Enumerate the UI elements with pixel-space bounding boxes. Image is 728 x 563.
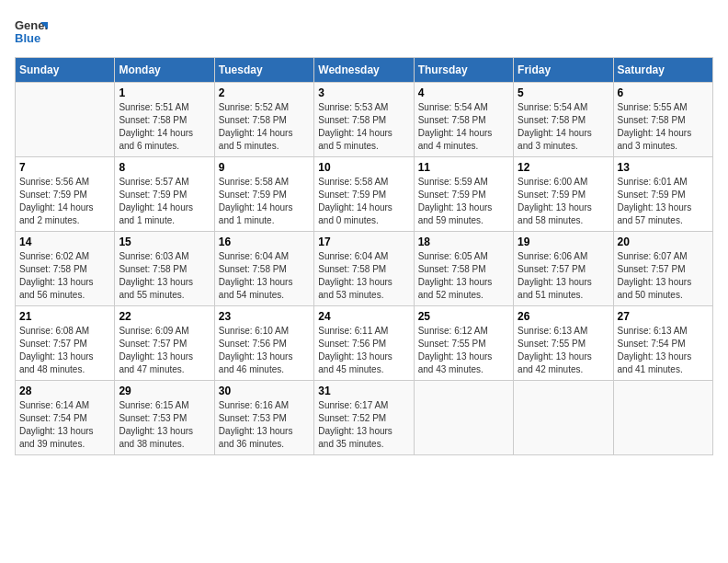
day-info: Sunrise: 6:08 AMSunset: 7:57 PMDaylight:… [19,325,110,376]
calendar-day-cell: 4Sunrise: 5:54 AMSunset: 7:58 PMDaylight… [414,83,513,157]
calendar-day-cell: 25Sunrise: 6:12 AMSunset: 7:55 PMDayligh… [414,306,513,381]
day-info: Sunrise: 6:00 AMSunset: 7:59 PMDaylight:… [518,176,609,227]
calendar-day-cell: 19Sunrise: 6:06 AMSunset: 7:57 PMDayligh… [514,232,613,306]
day-number: 16 [219,236,310,248]
day-info: Sunrise: 6:05 AMSunset: 7:58 PMDaylight:… [418,250,509,302]
calendar-day-cell [514,381,613,455]
day-info: Sunrise: 5:52 AMSunset: 7:58 PMDaylight:… [219,101,310,153]
day-number: 15 [119,236,210,248]
day-number: 22 [119,310,210,323]
calendar-day-cell: 10Sunrise: 5:58 AMSunset: 7:59 PMDayligh… [314,157,414,232]
calendar-day-cell: 8Sunrise: 5:57 AMSunset: 7:59 PMDaylight… [115,157,214,232]
day-number: 7 [19,161,110,174]
calendar-day-cell: 3Sunrise: 5:53 AMSunset: 7:58 PMDaylight… [314,83,414,157]
calendar-day-cell: 12Sunrise: 6:00 AMSunset: 7:59 PMDayligh… [514,157,613,232]
calendar-day-cell: 1Sunrise: 5:51 AMSunset: 7:58 PMDaylight… [115,83,214,157]
day-number: 28 [19,385,110,397]
day-number: 6 [618,86,709,99]
day-number: 20 [618,236,709,248]
weekday-header-thursday: Thursday [414,58,513,83]
day-info: Sunrise: 6:11 AMSunset: 7:56 PMDaylight:… [318,325,409,376]
day-number: 26 [518,310,609,323]
day-info: Sunrise: 6:13 AMSunset: 7:54 PMDaylight:… [618,325,709,376]
day-number: 23 [219,310,310,323]
logo-icon: General Blue [15,15,48,48]
day-number: 1 [119,86,210,99]
weekday-header-monday: Monday [115,58,214,83]
calendar-day-cell: 9Sunrise: 5:58 AMSunset: 7:59 PMDaylight… [214,157,313,232]
calendar-day-cell: 7Sunrise: 5:56 AMSunset: 7:59 PMDaylight… [16,157,115,232]
day-number: 13 [618,161,709,174]
calendar-week-row: 7Sunrise: 5:56 AMSunset: 7:59 PMDaylight… [16,157,713,232]
calendar-table: SundayMondayTuesdayWednesdayThursdayFrid… [15,57,713,455]
day-info: Sunrise: 6:03 AMSunset: 7:58 PMDaylight:… [119,250,210,302]
day-number: 11 [418,161,509,174]
calendar-day-cell: 11Sunrise: 5:59 AMSunset: 7:59 PMDayligh… [414,157,513,232]
calendar-day-cell: 23Sunrise: 6:10 AMSunset: 7:56 PMDayligh… [214,306,313,381]
day-number: 3 [318,86,409,99]
logo: General Blue [15,15,48,48]
day-number: 12 [518,161,609,174]
calendar-day-cell: 13Sunrise: 6:01 AMSunset: 7:59 PMDayligh… [613,157,712,232]
calendar-week-row: 14Sunrise: 6:02 AMSunset: 7:58 PMDayligh… [16,232,713,306]
day-info: Sunrise: 6:15 AMSunset: 7:53 PMDaylight:… [119,399,210,451]
day-info: Sunrise: 6:01 AMSunset: 7:59 PMDaylight:… [618,176,709,227]
calendar-day-cell: 30Sunrise: 6:16 AMSunset: 7:53 PMDayligh… [214,381,313,455]
calendar-day-cell: 17Sunrise: 6:04 AMSunset: 7:58 PMDayligh… [314,232,414,306]
day-info: Sunrise: 6:17 AMSunset: 7:52 PMDaylight:… [318,399,409,451]
calendar-day-cell: 31Sunrise: 6:17 AMSunset: 7:52 PMDayligh… [314,381,414,455]
day-number: 14 [19,236,110,248]
calendar-day-cell: 18Sunrise: 6:05 AMSunset: 7:58 PMDayligh… [414,232,513,306]
weekday-header-row: SundayMondayTuesdayWednesdayThursdayFrid… [16,58,713,83]
day-info: Sunrise: 6:13 AMSunset: 7:55 PMDaylight:… [518,325,609,376]
day-info: Sunrise: 5:54 AMSunset: 7:58 PMDaylight:… [518,101,609,153]
day-info: Sunrise: 6:12 AMSunset: 7:55 PMDaylight:… [418,325,509,376]
day-info: Sunrise: 6:07 AMSunset: 7:57 PMDaylight:… [618,250,709,302]
day-number: 25 [418,310,509,323]
page-header: General Blue [15,15,713,48]
calendar-day-cell: 20Sunrise: 6:07 AMSunset: 7:57 PMDayligh… [613,232,712,306]
calendar-day-cell: 26Sunrise: 6:13 AMSunset: 7:55 PMDayligh… [514,306,613,381]
day-number: 17 [318,236,409,248]
weekday-header-tuesday: Tuesday [214,58,313,83]
weekday-header-sunday: Sunday [16,58,115,83]
day-info: Sunrise: 6:04 AMSunset: 7:58 PMDaylight:… [318,250,409,302]
day-number: 10 [318,161,409,174]
calendar-week-row: 1Sunrise: 5:51 AMSunset: 7:58 PMDaylight… [16,83,713,157]
day-number: 4 [418,86,509,99]
day-number: 9 [219,161,310,174]
svg-text:Blue: Blue [15,31,40,45]
weekday-header-wednesday: Wednesday [314,58,414,83]
day-info: Sunrise: 6:09 AMSunset: 7:57 PMDaylight:… [119,325,210,376]
calendar-day-cell: 6Sunrise: 5:55 AMSunset: 7:58 PMDaylight… [613,83,712,157]
day-number: 8 [119,161,210,174]
day-info: Sunrise: 5:57 AMSunset: 7:59 PMDaylight:… [119,176,210,227]
day-number: 5 [518,86,609,99]
calendar-day-cell: 22Sunrise: 6:09 AMSunset: 7:57 PMDayligh… [115,306,214,381]
day-number: 2 [219,86,310,99]
calendar-day-cell: 5Sunrise: 5:54 AMSunset: 7:58 PMDaylight… [514,83,613,157]
calendar-day-cell: 28Sunrise: 6:14 AMSunset: 7:54 PMDayligh… [16,381,115,455]
weekday-header-friday: Friday [514,58,613,83]
day-info: Sunrise: 6:04 AMSunset: 7:58 PMDaylight:… [219,250,310,302]
day-number: 31 [318,385,409,397]
day-info: Sunrise: 5:53 AMSunset: 7:58 PMDaylight:… [318,101,409,153]
calendar-day-cell: 15Sunrise: 6:03 AMSunset: 7:58 PMDayligh… [115,232,214,306]
day-number: 18 [418,236,509,248]
day-info: Sunrise: 6:10 AMSunset: 7:56 PMDaylight:… [219,325,310,376]
day-info: Sunrise: 5:58 AMSunset: 7:59 PMDaylight:… [219,176,310,227]
day-info: Sunrise: 5:59 AMSunset: 7:59 PMDaylight:… [418,176,509,227]
day-number: 19 [518,236,609,248]
day-info: Sunrise: 5:51 AMSunset: 7:58 PMDaylight:… [119,101,210,153]
day-number: 29 [119,385,210,397]
weekday-header-saturday: Saturday [613,58,712,83]
calendar-day-cell: 14Sunrise: 6:02 AMSunset: 7:58 PMDayligh… [16,232,115,306]
day-info: Sunrise: 5:58 AMSunset: 7:59 PMDaylight:… [318,176,409,227]
calendar-day-cell [613,381,712,455]
day-info: Sunrise: 5:55 AMSunset: 7:58 PMDaylight:… [618,101,709,153]
calendar-day-cell: 16Sunrise: 6:04 AMSunset: 7:58 PMDayligh… [214,232,313,306]
calendar-day-cell: 27Sunrise: 6:13 AMSunset: 7:54 PMDayligh… [613,306,712,381]
day-info: Sunrise: 5:56 AMSunset: 7:59 PMDaylight:… [19,176,110,227]
calendar-day-cell: 2Sunrise: 5:52 AMSunset: 7:58 PMDaylight… [214,83,313,157]
day-number: 24 [318,310,409,323]
